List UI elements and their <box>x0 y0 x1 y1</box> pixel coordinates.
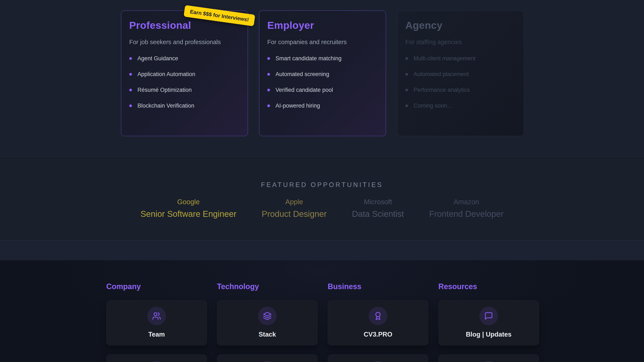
footer-card-hidden[interactable] <box>438 355 539 362</box>
job-item-google[interactable]: Google Senior Software Engineer <box>140 198 236 219</box>
job-role: Product Designer <box>262 209 327 219</box>
footer-col-business: Business CV3.PRO <box>328 260 428 362</box>
plan-feature: Automated placement <box>405 71 516 78</box>
plan-feature: Verified candidate pool <box>267 87 378 93</box>
footer-card-cv3pro[interactable]: CV3.PRO <box>328 300 428 346</box>
plan-card-professional[interactable]: Professional For job seekers and profess… <box>121 10 248 136</box>
bullet-dot-icon <box>267 89 270 91</box>
users-icon <box>147 307 166 325</box>
plans-section: Earn $$$ for Interviews! Professional Fo… <box>0 0 644 157</box>
footer-col-company: Company Team <box>106 260 207 362</box>
message-square-icon <box>480 307 498 325</box>
plan-feature-list: Agent Guidance Application Automation Ré… <box>129 55 240 109</box>
footer-col-heading: Business <box>328 282 428 291</box>
footer-card-label: CV3.PRO <box>364 331 392 338</box>
job-company: Amazon <box>429 198 504 206</box>
job-role: Senior Software Engineer <box>140 209 236 219</box>
plan-feature-list: Smart candidate matching Automated scree… <box>267 55 378 109</box>
job-role: Frontend Developer <box>429 209 504 219</box>
bullet-dot-icon <box>405 104 408 107</box>
hidden-icon <box>147 361 166 362</box>
footer-col-technology: Technology Stack <box>217 260 318 362</box>
plan-title: Employer <box>267 19 378 31</box>
award-icon <box>369 307 387 325</box>
footer-col-heading: Technology <box>217 282 318 291</box>
footer-columns: Company Team Technology <box>106 260 539 362</box>
bullet-dot-icon <box>267 57 270 60</box>
footer-card-label: Team <box>148 331 165 338</box>
bullet-dot-icon <box>267 73 270 76</box>
plan-feature: Agent Guidance <box>129 55 240 62</box>
hidden-icon <box>480 361 498 362</box>
plan-card-agency: Agency For staffing agencies Multi-clien… <box>397 10 524 136</box>
footer-col-heading: Resources <box>438 282 539 291</box>
plan-feature: Application Automation <box>129 71 240 78</box>
plan-feature: AI-powered hiring <box>267 103 378 109</box>
plan-subtitle: For companies and recruiters <box>267 39 378 46</box>
plan-feature-list: Multi-client management Automated placem… <box>405 55 516 109</box>
footer-card-team[interactable]: Team <box>106 300 207 346</box>
bullet-dot-icon <box>267 104 270 107</box>
bullet-dot-icon <box>405 73 408 76</box>
footer-card-stack[interactable]: Stack <box>217 300 318 346</box>
footer-card-label: Blog | Updates <box>466 331 512 338</box>
bullet-dot-icon <box>129 73 132 76</box>
bullet-dot-icon <box>129 57 132 60</box>
featured-jobs-row: Google Senior Software Engineer Apple Pr… <box>0 198 644 219</box>
section-divider-band <box>0 240 644 260</box>
job-item-amazon[interactable]: Amazon Frontend Developer <box>429 198 504 219</box>
bullet-dot-icon <box>405 89 408 91</box>
featured-section: FEATURED OPPORTUNITIES Google Senior Sof… <box>0 157 644 240</box>
plan-title: Agency <box>405 19 516 31</box>
job-company: Microsoft <box>352 198 404 206</box>
footer-card-blog[interactable]: Blog | Updates <box>438 300 539 346</box>
bullet-dot-icon <box>405 57 408 60</box>
job-item-apple[interactable]: Apple Product Designer <box>262 198 327 219</box>
plan-subtitle: For job seekers and professionals <box>129 39 240 46</box>
plan-card-employer[interactable]: Employer For companies and recruiters Sm… <box>259 10 386 136</box>
footer-card-hidden[interactable] <box>328 355 428 362</box>
bullet-dot-icon <box>129 89 132 91</box>
plans-row: Professional For job seekers and profess… <box>121 10 524 136</box>
plan-feature: Smart candidate matching <box>267 55 378 62</box>
plan-feature: Blockchain Verification <box>129 103 240 109</box>
bullet-dot-icon <box>129 104 132 107</box>
job-role: Data Scientist <box>352 209 404 219</box>
plan-subtitle: For staffing agencies <box>405 39 516 46</box>
hidden-icon <box>258 361 276 362</box>
plan-feature: Multi-client management <box>405 55 516 62</box>
hidden-icon <box>369 361 387 362</box>
job-item-microsoft[interactable]: Microsoft Data Scientist <box>352 198 404 219</box>
footer-col-resources: Resources Blog | Updates <box>438 260 539 362</box>
footer-card-label: Stack <box>259 331 276 338</box>
footer-section: Company Team Technology <box>0 260 644 362</box>
plan-feature: Résumé Optimization <box>129 87 240 93</box>
footer-card-hidden[interactable] <box>217 355 318 362</box>
featured-heading: FEATURED OPPORTUNITIES <box>0 181 644 189</box>
job-company: Apple <box>262 198 327 206</box>
job-company: Google <box>140 198 236 206</box>
layers-icon <box>258 307 276 325</box>
footer-card-hidden[interactable] <box>106 355 207 362</box>
plan-feature: Automated screening <box>267 71 378 78</box>
plan-feature: Coming soon... <box>405 103 516 109</box>
footer-col-heading: Company <box>106 282 207 291</box>
plan-feature: Performance analytics <box>405 87 516 93</box>
